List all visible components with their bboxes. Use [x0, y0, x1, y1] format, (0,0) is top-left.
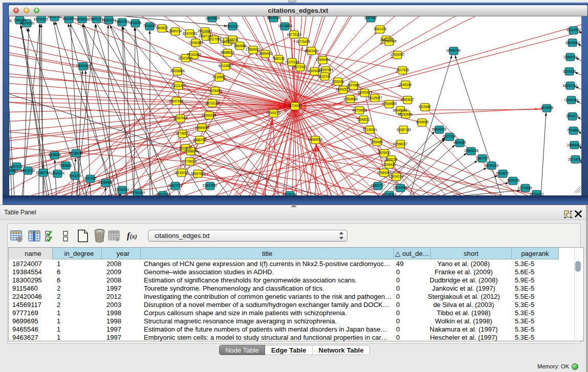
- svg-text:2548511: 2548511: [358, 118, 371, 121]
- svg-text:7194416: 7194416: [383, 163, 396, 166]
- svg-text:2921859: 2921859: [63, 17, 76, 20]
- svg-text:8215958: 8215958: [541, 106, 554, 110]
- svg-text:22660194: 22660194: [563, 55, 578, 59]
- svg-text:47816686: 47816686: [343, 97, 358, 101]
- svg-text:84252722: 84252722: [48, 16, 62, 18]
- svg-text:77491435: 77491435: [382, 39, 397, 43]
- svg-text:10965138: 10965138: [464, 149, 479, 152]
- svg-text:1059486: 1059486: [371, 140, 383, 144]
- svg-text:15614174: 15614174: [389, 174, 404, 178]
- svg-text:19384554: 19384554: [308, 138, 323, 141]
- svg-text:30513739: 30513739: [20, 169, 35, 172]
- svg-text:71367643: 71367643: [173, 116, 188, 120]
- svg-text:6261415: 6261415: [374, 27, 387, 31]
- svg-text:4860684: 4860684: [453, 141, 466, 144]
- svg-text:6672134: 6672134: [443, 135, 456, 138]
- svg-text:68800797: 68800797: [371, 184, 385, 187]
- svg-text:72092888: 72092888: [189, 41, 204, 45]
- svg-text:71070189: 71070189: [285, 60, 300, 64]
- svg-text:49823450: 49823450: [304, 49, 319, 53]
- svg-text:16648784: 16648784: [446, 49, 461, 52]
- svg-text:2087682: 2087682: [364, 16, 377, 19]
- svg-text:72682989: 72682989: [564, 98, 579, 102]
- svg-text:77834855: 77834855: [382, 102, 397, 105]
- svg-text:6007072: 6007072: [10, 165, 23, 168]
- svg-text:9626108: 9626108: [507, 179, 520, 182]
- svg-text:70897765: 70897765: [115, 20, 129, 24]
- svg-text:3607983: 3607983: [347, 83, 360, 87]
- svg-text:92097999: 92097999: [319, 68, 334, 72]
- svg-text:2876932: 2876932: [378, 151, 391, 155]
- svg-text:56020613: 56020613: [358, 91, 373, 94]
- svg-text:8688755: 8688755: [193, 138, 206, 142]
- svg-text:47135391: 47135391: [363, 128, 378, 132]
- svg-text:47376585: 47376585: [518, 186, 533, 190]
- svg-text:9463627: 9463627: [402, 98, 415, 101]
- svg-text:19046318: 19046318: [484, 164, 499, 167]
- svg-text:43704923: 43704923: [353, 108, 367, 112]
- svg-text:6543670: 6543670: [496, 171, 509, 175]
- svg-text:75181648: 75181648: [187, 53, 202, 56]
- svg-text:17849494: 17849494: [316, 58, 331, 61]
- svg-text:99889098: 99889098: [195, 126, 210, 129]
- svg-text:96028436: 96028436: [75, 17, 90, 21]
- svg-text:18724007: 18724007: [288, 104, 302, 107]
- svg-text:2375453: 2375453: [209, 89, 222, 93]
- svg-text:42035886: 42035886: [170, 69, 185, 73]
- svg-text:31687165: 31687165: [397, 128, 411, 132]
- svg-text:83793389: 83793389: [130, 191, 145, 194]
- svg-text:64634663: 64634663: [565, 41, 580, 45]
- svg-text:38754377: 38754377: [530, 192, 545, 195]
- svg-text:40158366: 40158366: [382, 193, 397, 195]
- svg-text:45575298: 45575298: [156, 193, 171, 195]
- svg-text:31172421: 31172421: [293, 65, 307, 69]
- svg-text:86644106: 86644106: [432, 127, 447, 131]
- svg-text:19736572: 19736572: [176, 132, 190, 135]
- svg-text:2564689: 2564689: [234, 44, 247, 48]
- svg-text:85283645: 85283645: [398, 113, 413, 116]
- svg-text:17634247: 17634247: [390, 53, 405, 56]
- svg-text:35714784: 35714784: [568, 158, 581, 161]
- svg-text:2651177: 2651177: [566, 114, 579, 118]
- svg-text:31682744: 31682744: [36, 171, 51, 174]
- svg-text:27778019: 27778019: [182, 160, 197, 163]
- svg-text:97225156: 97225156: [282, 193, 297, 195]
- svg-text:7857224: 7857224: [226, 25, 239, 28]
- svg-text:3500715: 3500715: [385, 158, 398, 161]
- svg-text:2140194: 2140194: [399, 83, 412, 86]
- svg-text:6438436: 6438436: [49, 153, 61, 157]
- svg-text:17869910: 17869910: [246, 48, 260, 51]
- svg-text:8813054: 8813054: [267, 16, 280, 19]
- svg-text:19300273: 19300273: [266, 111, 281, 115]
- svg-text:42138745: 42138745: [69, 151, 83, 155]
- svg-text:7754864: 7754864: [567, 128, 580, 132]
- svg-text:84045292: 84045292: [393, 108, 408, 112]
- svg-text:59597086: 59597086: [191, 172, 206, 176]
- svg-text:29053346: 29053346: [76, 64, 91, 68]
- svg-text:7550190: 7550190: [272, 57, 285, 60]
- svg-text:12614124: 12614124: [50, 171, 65, 175]
- svg-text:30776478: 30776478: [296, 40, 311, 43]
- svg-text:19233013: 19233013: [174, 171, 189, 174]
- svg-text:5418934: 5418934: [129, 21, 142, 25]
- svg-text:98231132: 98231132: [205, 101, 220, 105]
- svg-text:78139880: 78139880: [9, 169, 18, 172]
- svg-text:7663822: 7663822: [156, 26, 168, 30]
- svg-text:25492573: 25492573: [336, 87, 351, 91]
- svg-text:7089806: 7089806: [59, 164, 72, 167]
- svg-text:81979055: 81979055: [183, 32, 198, 35]
- svg-text:38688676: 38688676: [220, 51, 235, 54]
- svg-text:2437026: 2437026: [84, 177, 97, 180]
- svg-text:8231838: 8231838: [563, 70, 576, 73]
- svg-text:51837852: 51837852: [203, 184, 217, 187]
- svg-text:9699695: 9699695: [416, 120, 429, 124]
- svg-text:7515526: 7515526: [143, 24, 156, 28]
- svg-text:27232410: 27232410: [115, 188, 129, 191]
- svg-text:96637649: 96637649: [169, 99, 184, 103]
- svg-text:4117625: 4117625: [397, 68, 409, 72]
- svg-text:16033809: 16033809: [205, 16, 220, 20]
- svg-text:1987737: 1987737: [476, 157, 489, 160]
- svg-text:67684996: 67684996: [377, 171, 392, 174]
- svg-text:77898694: 77898694: [183, 149, 198, 153]
- svg-text:3253031: 3253031: [332, 80, 344, 83]
